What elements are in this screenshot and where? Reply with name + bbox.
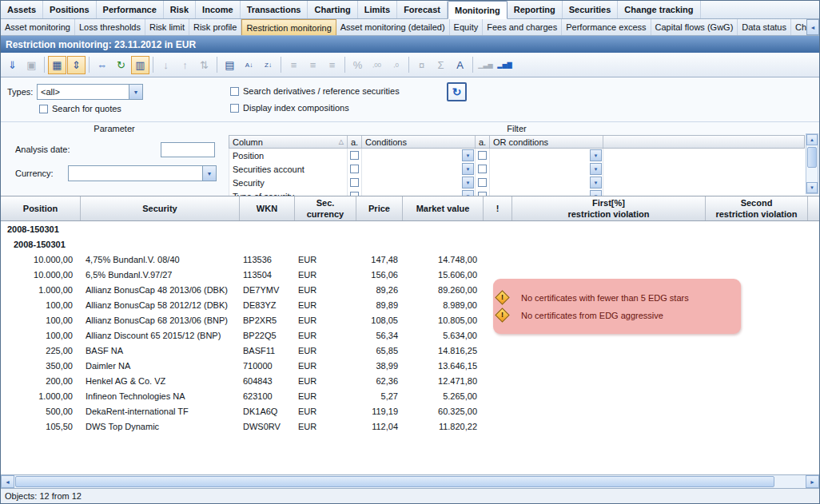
table-view-icon[interactable]: ▦ [48, 56, 66, 74]
subtab-capital-flows-gwg[interactable]: Capital flows (GwG) [651, 19, 738, 35]
chart-bars-icon[interactable]: ▁▃▅ [476, 56, 495, 74]
currency-icon[interactable]: ¤ [412, 56, 431, 74]
font-icon[interactable]: A [451, 56, 469, 74]
subtab-restriction-monitoring[interactable]: Restriction monitoring [241, 19, 336, 35]
grid-lines-icon[interactable]: ▤ [221, 56, 239, 74]
horizontal-scrollbar[interactable]: ◄ ► [1, 474, 819, 488]
table-row[interactable]: 200,00 Henkel AG & Co. VZ 604843 EUR 62,… [1, 373, 819, 388]
decimal-add-icon[interactable]: ,00 [368, 56, 386, 74]
menu-item-limits[interactable]: Limits [358, 1, 397, 18]
menu-item-change-tracking[interactable]: Change tracking [618, 1, 700, 18]
and-checkbox[interactable] [478, 151, 487, 160]
filter-grid-vertical-scrollbar[interactable]: ▲ ▼ [806, 133, 818, 194]
menu-item-income[interactable]: Income [196, 1, 241, 18]
subtab-asset-monitoring[interactable]: Asset monitoring [1, 19, 75, 35]
expand-rows-icon[interactable]: ⇕ [67, 56, 86, 74]
fit-width-icon[interactable]: ⇔ [93, 56, 111, 74]
filter-row-securities-account[interactable]: Securities account ▼ ▼ [229, 162, 805, 176]
or-conditions-dropdown[interactable]: ▼ [590, 149, 602, 161]
search-derivatives-checkbox-row[interactable]: Search derivatives / reference securitie… [230, 86, 400, 96]
display-index-checkbox[interactable] [230, 104, 239, 113]
subtab-loss-thresholds[interactable]: Loss thresholds [75, 19, 145, 35]
and-checkbox[interactable] [350, 151, 359, 160]
menu-item-positions[interactable]: Positions [43, 1, 97, 18]
tab-scroll-left-button[interactable]: ◄ [806, 19, 819, 35]
chart-filter-icon[interactable]: ▥ [131, 56, 149, 74]
menu-item-monitoring[interactable]: Monitoring [448, 1, 508, 19]
table-header-alert[interactable]: ! [484, 196, 512, 220]
filter-row-position[interactable]: Position ▼ ▼ [229, 149, 805, 162]
scroll-down-button[interactable]: ▼ [806, 182, 818, 193]
filter-row-security[interactable]: Security ▼ ▼ [229, 176, 805, 189]
menu-item-reporting[interactable]: Reporting [508, 1, 563, 18]
or-conditions-dropdown[interactable]: ▼ [590, 177, 602, 189]
group-row[interactable]: 2008-150301 [1, 221, 819, 236]
search-derivatives-checkbox[interactable] [230, 87, 239, 96]
filter-header-column[interactable]: Column △ [229, 136, 348, 148]
subtab-data-status[interactable]: Data status [738, 19, 791, 35]
menu-item-risk[interactable]: Risk [164, 1, 196, 18]
filter-row-type-of-security[interactable]: Type of security ▼ ▼ [229, 189, 805, 196]
subtab-risk-limit[interactable]: Risk limit [145, 19, 189, 35]
filter-header-or-conditions[interactable]: OR conditions [490, 136, 603, 148]
or-conditions-dropdown[interactable]: ▼ [590, 163, 602, 175]
filter-header-and-1[interactable]: a. [348, 136, 362, 148]
table-header-position[interactable]: Position [1, 196, 81, 220]
sum-icon[interactable]: Σ [432, 56, 450, 74]
search-quotes-checkbox-row[interactable]: Search for quotes [39, 104, 121, 113]
scroll-up-button[interactable]: ▲ [806, 134, 818, 145]
run-search-button[interactable]: ↻ [447, 82, 467, 101]
table-header-price[interactable]: Price [356, 196, 403, 220]
table-row[interactable]: 105,50 DWS Top Dynamic DWS0RV EUR 112,04… [1, 419, 819, 434]
conditions-dropdown[interactable]: ▼ [462, 177, 474, 189]
table-header-market-value[interactable]: Market value [403, 196, 484, 220]
copy-icon[interactable]: ▣ [22, 56, 41, 74]
align-right-icon[interactable]: ≡ [323, 56, 341, 74]
types-dropdown[interactable]: <all> ▼ [37, 84, 143, 100]
scrollbar-track[interactable] [14, 475, 806, 488]
sort-level-up-icon[interactable]: ↑ [176, 56, 194, 74]
chart-color-icon[interactable]: ▂▅▇ [496, 56, 514, 74]
menu-item-forecast[interactable]: Forecast [397, 1, 448, 18]
table-header-sec-currency[interactable]: Sec. currency [295, 196, 356, 220]
subtab-performance-excess[interactable]: Performance excess [562, 19, 651, 35]
table-row[interactable]: 10.000,00 4,75% Bundanl.V. 08/40 113536 … [1, 252, 819, 267]
align-left-icon[interactable]: ≡ [285, 56, 303, 74]
sort-asc-icon[interactable]: A↓ [240, 56, 258, 74]
and-checkbox[interactable] [478, 165, 487, 173]
table-row[interactable]: 225,00 BASF NA BASF11 EUR 65,85 14.816,2… [1, 343, 819, 358]
conditions-dropdown[interactable]: ▼ [462, 149, 474, 161]
subtotal-icon[interactable]: ⇅ [195, 56, 213, 74]
table-row[interactable]: 350,00 Daimler NA 710000 EUR 38,99 13.64… [1, 358, 819, 373]
subtab-risk-profile[interactable]: Risk profile [189, 19, 241, 35]
table-header-security[interactable]: Security [81, 196, 240, 220]
table-header-second-restriction-violation[interactable]: Second restriction violation [706, 196, 808, 220]
align-center-icon[interactable]: ≡ [304, 56, 322, 74]
scroll-right-button[interactable]: ► [806, 475, 819, 488]
scrollbar-track[interactable] [806, 145, 818, 182]
scrollbar-thumb[interactable] [807, 147, 817, 168]
scrollbar-thumb[interactable] [15, 476, 774, 487]
filter-header-and-2[interactable]: a. [476, 136, 490, 148]
and-checkbox[interactable] [350, 192, 359, 196]
menu-item-performance[interactable]: Performance [97, 1, 164, 18]
currency-dropdown[interactable]: ▼ [68, 165, 217, 181]
chevron-down-icon[interactable]: ▼ [129, 85, 142, 99]
subtab-equity[interactable]: Equity [450, 19, 484, 35]
and-checkbox[interactable] [350, 178, 359, 187]
group-row[interactable]: 2008-150301 [1, 236, 819, 252]
import-icon[interactable]: ⇓ [3, 56, 22, 74]
subtab-fees-and-charges[interactable]: Fees and charges [483, 19, 562, 35]
display-index-checkbox-row[interactable]: Display index compositions [230, 103, 349, 113]
and-checkbox[interactable] [350, 165, 359, 173]
menu-item-transactions[interactable]: Transactions [241, 1, 308, 18]
sort-level-down-icon[interactable]: ↓ [157, 56, 175, 74]
menu-item-charting[interactable]: Charting [308, 1, 357, 18]
refresh-icon[interactable]: ↻ [112, 56, 130, 74]
menu-item-securities[interactable]: Securities [563, 1, 619, 18]
table-header-wkn[interactable]: WKN [240, 196, 295, 220]
table-header-first-restriction-violation[interactable]: First[%] restriction violation [512, 196, 706, 220]
analysis-date-input[interactable] [161, 142, 215, 157]
decimal-remove-icon[interactable]: ,0 [387, 56, 405, 74]
conditions-dropdown[interactable]: ▼ [462, 163, 474, 175]
